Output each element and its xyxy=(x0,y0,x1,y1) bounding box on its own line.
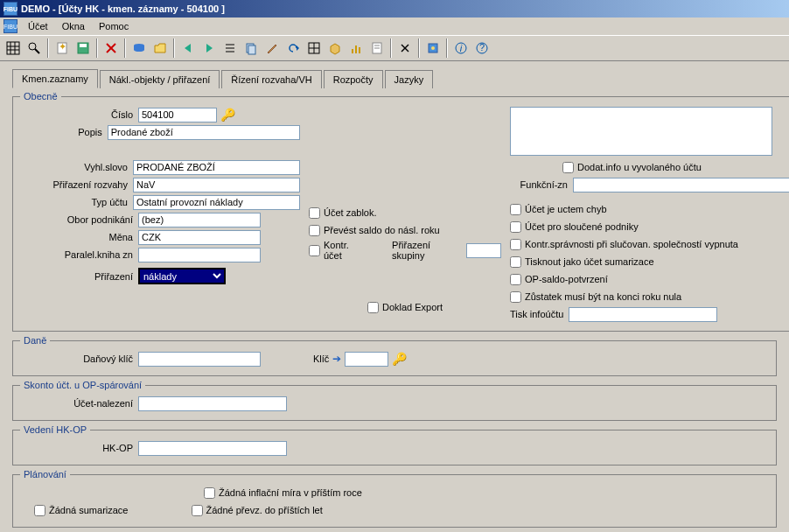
ucet-sloucene-check[interactable]: Účet pro sloučené podniky xyxy=(510,221,639,233)
doklad-export-check[interactable]: Doklad Export xyxy=(367,302,443,313)
mena-input[interactable] xyxy=(138,230,261,245)
obor-label: Obor podnikání xyxy=(20,214,138,225)
tb-bars-icon[interactable] xyxy=(346,38,366,58)
prevest-saldo-check[interactable]: Převést saldo do násl. roku xyxy=(309,225,440,236)
hkop-input[interactable] xyxy=(138,441,287,456)
klic-label: Klíč xyxy=(313,354,329,364)
tisk-infouctu-label: Tisk infoúčtu xyxy=(510,309,563,319)
prir-skupiny-input[interactable] xyxy=(466,243,501,258)
svg-text:i: i xyxy=(460,43,463,53)
menu-ucet[interactable]: Účet xyxy=(23,19,53,33)
key-icon-2[interactable]: 🔑 xyxy=(392,352,407,366)
tb-info-icon[interactable]: i xyxy=(451,38,471,58)
svg-text:✦: ✦ xyxy=(59,41,66,52)
tisk-infouctu-input[interactable] xyxy=(569,307,717,322)
svg-point-34 xyxy=(431,46,435,50)
tab-rizeni-rozvaha[interactable]: Řízení rozvaha/VH xyxy=(221,70,321,88)
group-obecne: Obecně Číslo 🔑 Popis Vyhl.slovo xyxy=(12,91,789,332)
svg-text:?: ? xyxy=(479,42,485,52)
prir-rozvahy-input[interactable] xyxy=(133,178,300,192)
tb-disk-icon[interactable] xyxy=(129,38,149,58)
tb-delete-icon[interactable] xyxy=(101,38,121,58)
vyhl-label: Vyhl.slovo xyxy=(20,162,133,172)
app-window: FIBU DEMO - [Účty HK - kmen. záznamy - 5… xyxy=(0,0,789,532)
kontr-ucet-check[interactable]: Kontr. účet xyxy=(309,240,366,261)
menubar: FIBU Účet Okna Pomoc xyxy=(0,18,789,35)
cislo-label: Číslo xyxy=(20,109,138,120)
toolbar: ✦ i ? xyxy=(0,35,789,61)
tb-table-icon[interactable] xyxy=(3,38,23,58)
key-icon[interactable]: 🔑 xyxy=(220,108,235,122)
tb-copy-icon[interactable] xyxy=(241,38,261,58)
vyhl-input[interactable] xyxy=(133,160,300,175)
paralel-label: Paralel.kniha zn xyxy=(20,249,138,260)
ucet-zablok-check[interactable]: Účet zablok. xyxy=(309,207,377,219)
funkcni-zn-input[interactable] xyxy=(573,178,789,192)
tb-report-icon[interactable] xyxy=(367,38,387,58)
group-planovani: Plánování Žádná inflační míra v příštím … xyxy=(12,469,777,528)
legend-obecne: Obecně xyxy=(20,91,61,102)
typ-uctu-input[interactable] xyxy=(133,195,300,210)
tb-sep-7 xyxy=(446,38,448,58)
tb-sep-2 xyxy=(96,38,98,58)
zadna-inflace-check[interactable]: Žádná inflační míra v příštím roce xyxy=(204,487,362,499)
tb-grid-icon[interactable] xyxy=(304,38,324,58)
svg-rect-27 xyxy=(359,47,360,53)
svg-marker-15 xyxy=(206,44,213,52)
svg-rect-0 xyxy=(7,42,19,54)
menu-pomoc[interactable]: Pomoc xyxy=(94,19,134,33)
tb-close-icon[interactable] xyxy=(395,38,415,58)
popis-input[interactable] xyxy=(108,125,300,140)
ucet-chyb-check[interactable]: Účet je uctem chyb xyxy=(510,204,607,215)
tb-save-icon[interactable] xyxy=(73,38,93,58)
tb-open-icon[interactable] xyxy=(150,38,170,58)
menu-okna[interactable]: Okna xyxy=(57,19,90,33)
danovy-klic-label: Daňový klíč xyxy=(20,354,138,364)
tab-rozpocty[interactable]: Rozpočty xyxy=(324,70,383,88)
obor-input[interactable] xyxy=(138,213,261,228)
tisknout-sumarizace-check[interactable]: Tisknout jako účet sumarizace xyxy=(510,256,654,268)
zadne-prevz-check[interactable]: Žádné převz. do příštích let xyxy=(192,505,323,516)
legend-skonto: Skonto účt. u OP-spárování xyxy=(20,380,145,390)
app-icon: FIBU xyxy=(3,2,17,16)
cislo-input[interactable] xyxy=(138,108,217,122)
ucet-nalezeni-input[interactable] xyxy=(138,396,287,411)
tab-nakl-objekty[interactable]: Nákl.-objekty / přiřazení xyxy=(100,70,220,88)
danovy-klic-input[interactable] xyxy=(138,352,261,367)
zadna-sumarizace-check[interactable]: Žádná sumarizace xyxy=(34,505,129,516)
mena-label: Měna xyxy=(20,232,138,242)
tb-search-icon[interactable] xyxy=(24,38,44,58)
tab-jazyky[interactable]: Jazyky xyxy=(385,70,434,88)
tab-kmen-zaznamy[interactable]: Kmen.zaznamy xyxy=(12,69,98,88)
tb-next-icon[interactable] xyxy=(199,38,219,58)
prirazeni-select[interactable]: náklady xyxy=(138,268,226,284)
tb-list-icon[interactable] xyxy=(220,38,240,58)
klic-input[interactable] xyxy=(345,352,388,367)
tb-sep-1 xyxy=(47,38,49,58)
group-dane: Daně Daňový klíč Klíč ➔ 🔑 xyxy=(12,335,777,376)
tb-tool-icon[interactable] xyxy=(423,38,443,58)
prirazeni-label: Přiřazení xyxy=(20,271,138,282)
tb-sep-5 xyxy=(390,38,392,58)
op-saldo-check[interactable]: OP-saldo-potvrzení xyxy=(510,274,608,285)
svg-point-5 xyxy=(29,43,36,50)
hkop-label: HK-OP xyxy=(20,443,138,453)
tb-undo-icon[interactable] xyxy=(283,38,303,58)
window-title: DEMO - [Účty HK - kmen. záznamy - 504100… xyxy=(21,4,225,14)
tb-brush-icon[interactable] xyxy=(262,38,282,58)
zustatek-nula-check[interactable]: Zůstatek musí být na konci roku nula xyxy=(510,291,681,303)
tb-box-icon[interactable] xyxy=(325,38,345,58)
kontr-spravnosti-check[interactable]: Kontr.správnosti při slučovan. společnos… xyxy=(510,239,738,250)
svg-rect-20 xyxy=(248,46,255,54)
dodat-info-check[interactable]: Dodat.info u vyvolaného účtu xyxy=(562,162,702,173)
legend-vedeni: Vedení HK-OP xyxy=(20,424,90,435)
paralel-input[interactable] xyxy=(138,248,261,262)
tb-help-icon[interactable]: ? xyxy=(472,38,492,58)
tb-prev-icon[interactable] xyxy=(178,38,198,58)
memo-box[interactable] xyxy=(510,107,772,156)
ucet-nalezeni-label: Účet-nalezení xyxy=(20,398,138,409)
tb-new-icon[interactable]: ✦ xyxy=(52,38,72,58)
tb-sep-3 xyxy=(124,38,126,58)
svg-marker-21 xyxy=(297,46,299,51)
typ-uctu-label: Typ účtu xyxy=(20,197,133,207)
